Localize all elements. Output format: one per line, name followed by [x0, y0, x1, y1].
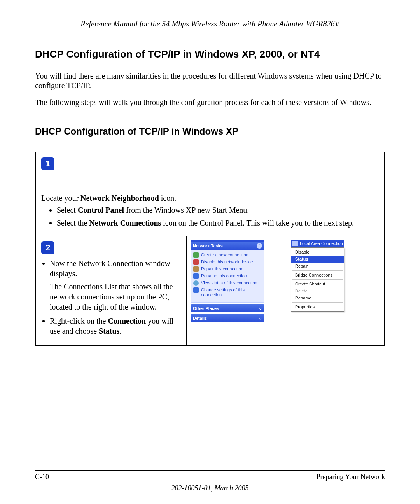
ctx-disable[interactable]: Disable: [291, 248, 344, 256]
ctx-properties[interactable]: Properties: [291, 303, 344, 310]
section-title: Preparing Your Network: [317, 473, 385, 481]
ctx-repair[interactable]: Repair: [291, 262, 344, 270]
rename-icon: [193, 273, 199, 279]
task-repair[interactable]: Repair this connection: [193, 266, 262, 272]
plus-icon: [193, 252, 199, 258]
steps-table: 1 Locate your Network Neighborhood icon.…: [35, 152, 385, 346]
ctx-status[interactable]: Status: [291, 256, 344, 262]
page-footer: C-10 Preparing Your Network 202-10051-01…: [35, 470, 385, 492]
step-2: 2 Now the Network Connection window disp…: [36, 236, 384, 345]
network-tasks-header[interactable]: Network Tasks ⌃: [191, 242, 264, 250]
chevron-down-icon[interactable]: ⌄: [259, 306, 262, 311]
intro-paragraph-2: The following steps will walk you throug…: [35, 98, 385, 107]
task-change-settings[interactable]: Change settings of this connection: [193, 287, 262, 298]
heading-main: DHCP Configuration of TCP/IP in Windows …: [35, 48, 385, 60]
local-area-connection[interactable]: Local Area Connection: [291, 240, 344, 247]
task-create-connection[interactable]: Create a new connection: [193, 252, 262, 258]
ctx-create-shortcut[interactable]: Create Shortcut: [291, 280, 344, 287]
footer-rule: [35, 470, 385, 471]
chevron-up-icon[interactable]: ⌃: [257, 243, 262, 248]
header-title: Reference Manual for the 54 Mbps Wireles…: [35, 19, 385, 28]
gear-icon: [193, 287, 199, 293]
ctx-bridge[interactable]: Bridge Connections: [291, 271, 344, 278]
step1-intro-suffix: icon.: [159, 194, 176, 202]
heading-sub: DHCP Configuration of TCP/IP in Windows …: [35, 126, 385, 137]
ctx-separator: [292, 270, 343, 271]
step1-intro-prefix: Locate your: [41, 194, 80, 202]
ctx-rename[interactable]: Rename: [291, 294, 344, 301]
header-rule: [35, 31, 385, 31]
step-badge-2: 2: [41, 241, 54, 254]
page-header: Reference Manual for the 54 Mbps Wireles…: [35, 19, 385, 31]
ctx-separator: [292, 302, 343, 303]
context-menu: Disable Status Repair Bridge Connections…: [291, 247, 344, 312]
connection-icon: [292, 241, 298, 246]
step-1: 1 Locate your Network Neighborhood icon.…: [36, 152, 384, 236]
step2-bullet-1: Now the Network Connection window displa…: [50, 258, 181, 312]
step-badge-1: 1: [41, 157, 54, 170]
task-rename[interactable]: Rename this connection: [193, 273, 262, 279]
task-view-status[interactable]: View status of this connection: [193, 280, 262, 286]
doc-id-date: 202-10051-01, March 2005: [35, 484, 385, 492]
disable-icon: [193, 259, 199, 265]
step1-bullet-1: Select Control Panel from the Windows XP…: [57, 205, 379, 215]
connection-context: Local Area Connection Disable Status Rep…: [291, 240, 344, 312]
wrench-icon: [193, 266, 199, 272]
ctx-delete: Delete: [291, 287, 344, 294]
chevron-down-icon[interactable]: ⌄: [259, 315, 262, 320]
step2-bullet-2: Right-click on the Connection you will u…: [50, 316, 181, 336]
step1-intro-bold: Network Neighborhood: [80, 194, 159, 202]
ctx-separator: [292, 279, 343, 280]
step1-bullet-2: Select the Network Connections icon on t…: [57, 218, 379, 228]
network-tasks-panel: Network Tasks ⌃ Create a new connection …: [191, 240, 264, 324]
task-disable-device[interactable]: Disable this network device: [193, 259, 262, 265]
page-number: C-10: [35, 473, 49, 481]
eye-icon: [193, 280, 199, 286]
other-places-header[interactable]: Other Places ⌄: [191, 304, 264, 312]
step2-subtext-1: The Connections List that shows all the …: [41, 282, 181, 312]
details-header[interactable]: Details ⌄: [191, 314, 264, 322]
step2-screenshot: Network Tasks ⌃ Create a new connection …: [187, 236, 384, 345]
intro-paragraph-1: You will find there are many similaritie…: [35, 71, 385, 91]
